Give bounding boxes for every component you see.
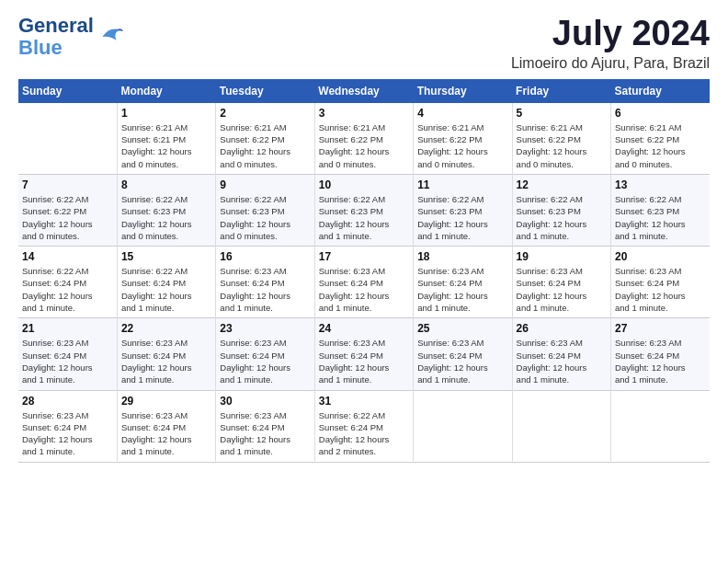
table-row: 7Sunrise: 6:22 AM Sunset: 6:22 PM Daylig… [18,174,117,246]
calendar-week-row: 14Sunrise: 6:22 AM Sunset: 6:24 PM Dayli… [18,247,710,318]
header-tuesday: Tuesday [216,79,314,103]
day-info: Sunrise: 6:23 AM Sunset: 6:24 PM Dayligh… [417,337,507,385]
logo-line1: General [18,15,94,37]
day-number: 29 [121,395,211,408]
table-row: 29Sunrise: 6:23 AM Sunset: 6:24 PM Dayli… [117,390,215,462]
day-info: Sunrise: 6:23 AM Sunset: 6:24 PM Dayligh… [417,265,507,314]
table-row [18,103,117,175]
table-row: 5Sunrise: 6:21 AM Sunset: 6:22 PM Daylig… [512,103,610,175]
day-number: 28 [22,395,113,408]
day-number: 17 [319,250,409,263]
day-number: 31 [319,395,409,408]
day-number: 11 [417,178,507,191]
table-row: 17Sunrise: 6:23 AM Sunset: 6:24 PM Dayli… [314,247,413,318]
table-row [611,390,710,462]
day-info: Sunrise: 6:23 AM Sunset: 6:24 PM Dayligh… [319,265,409,314]
table-row: 2Sunrise: 6:21 AM Sunset: 6:22 PM Daylig… [216,103,314,175]
calendar-week-row: 28Sunrise: 6:23 AM Sunset: 6:24 PM Dayli… [18,390,710,462]
calendar-week-row: 7Sunrise: 6:22 AM Sunset: 6:22 PM Daylig… [18,174,710,246]
table-row: 24Sunrise: 6:23 AM Sunset: 6:24 PM Dayli… [314,318,413,390]
table-row: 13Sunrise: 6:22 AM Sunset: 6:23 PM Dayli… [611,174,710,246]
calendar-week-row: 21Sunrise: 6:23 AM Sunset: 6:24 PM Dayli… [18,318,710,390]
day-info: Sunrise: 6:22 AM Sunset: 6:23 PM Dayligh… [517,193,607,242]
day-number: 16 [220,250,310,263]
main-title: July 2024 [511,15,710,53]
header-wednesday: Wednesday [314,79,413,103]
logo-line2: Blue [18,37,94,59]
day-info: Sunrise: 6:23 AM Sunset: 6:24 PM Dayligh… [121,409,211,458]
table-row: 23Sunrise: 6:23 AM Sunset: 6:24 PM Dayli… [216,318,314,390]
day-info: Sunrise: 6:23 AM Sunset: 6:24 PM Dayligh… [517,337,607,385]
day-info: Sunrise: 6:23 AM Sunset: 6:24 PM Dayligh… [121,337,211,385]
day-info: Sunrise: 6:23 AM Sunset: 6:24 PM Dayligh… [615,265,706,314]
day-info: Sunrise: 6:23 AM Sunset: 6:24 PM Dayligh… [220,409,310,458]
table-row: 9Sunrise: 6:22 AM Sunset: 6:23 PM Daylig… [216,174,314,246]
day-number: 5 [517,107,607,120]
day-number: 13 [615,178,706,191]
day-info: Sunrise: 6:23 AM Sunset: 6:24 PM Dayligh… [220,265,310,314]
day-info: Sunrise: 6:23 AM Sunset: 6:24 PM Dayligh… [615,337,706,385]
day-info: Sunrise: 6:22 AM Sunset: 6:22 PM Dayligh… [22,193,113,242]
header-sunday: Sunday [18,79,117,103]
day-info: Sunrise: 6:22 AM Sunset: 6:24 PM Dayligh… [22,265,113,314]
header-row: SundayMondayTuesdayWednesdayThursdayFrid… [18,79,710,103]
day-number: 19 [517,250,607,263]
day-info: Sunrise: 6:21 AM Sunset: 6:22 PM Dayligh… [319,121,409,170]
day-number: 18 [417,250,507,263]
table-row: 4Sunrise: 6:21 AM Sunset: 6:22 PM Daylig… [414,103,512,175]
day-number: 3 [319,107,409,120]
calendar-table: SundayMondayTuesdayWednesdayThursdayFrid… [18,79,710,463]
day-number: 14 [22,250,113,263]
day-number: 25 [417,322,507,335]
day-number: 27 [615,322,706,335]
day-info: Sunrise: 6:21 AM Sunset: 6:22 PM Dayligh… [615,121,706,170]
table-row [512,390,610,462]
table-row: 28Sunrise: 6:23 AM Sunset: 6:24 PM Dayli… [18,390,117,462]
day-number: 2 [220,107,310,120]
header-saturday: Saturday [611,79,710,103]
logo: General Blue [18,15,123,59]
day-number: 24 [319,322,409,335]
day-number: 21 [22,322,113,335]
day-info: Sunrise: 6:23 AM Sunset: 6:24 PM Dayligh… [22,337,113,385]
day-info: Sunrise: 6:22 AM Sunset: 6:23 PM Dayligh… [121,193,211,242]
table-row: 1Sunrise: 6:21 AM Sunset: 6:21 PM Daylig… [117,103,215,175]
day-info: Sunrise: 6:23 AM Sunset: 6:24 PM Dayligh… [22,409,113,458]
day-number: 12 [517,178,607,191]
day-info: Sunrise: 6:23 AM Sunset: 6:24 PM Dayligh… [319,337,409,385]
day-info: Sunrise: 6:21 AM Sunset: 6:22 PM Dayligh… [517,121,607,170]
table-row: 12Sunrise: 6:22 AM Sunset: 6:23 PM Dayli… [512,174,610,246]
table-row: 30Sunrise: 6:23 AM Sunset: 6:24 PM Dayli… [216,390,314,462]
calendar-header: SundayMondayTuesdayWednesdayThursdayFrid… [18,79,710,103]
day-info: Sunrise: 6:21 AM Sunset: 6:22 PM Dayligh… [417,121,507,170]
day-info: Sunrise: 6:22 AM Sunset: 6:24 PM Dayligh… [121,265,211,314]
day-number: 1 [121,107,211,120]
table-row: 14Sunrise: 6:22 AM Sunset: 6:24 PM Dayli… [18,247,117,318]
day-number: 7 [22,178,113,191]
table-row: 19Sunrise: 6:23 AM Sunset: 6:24 PM Dayli… [512,247,610,318]
day-info: Sunrise: 6:22 AM Sunset: 6:23 PM Dayligh… [417,193,507,242]
day-info: Sunrise: 6:23 AM Sunset: 6:24 PM Dayligh… [220,337,310,385]
day-number: 9 [220,178,310,191]
header-monday: Monday [117,79,215,103]
day-number: 15 [121,250,211,263]
table-row [414,390,512,462]
table-row: 31Sunrise: 6:22 AM Sunset: 6:24 PM Dayli… [314,390,413,462]
header-thursday: Thursday [414,79,512,103]
day-number: 26 [517,322,607,335]
table-row: 3Sunrise: 6:21 AM Sunset: 6:22 PM Daylig… [314,103,413,175]
day-info: Sunrise: 6:22 AM Sunset: 6:23 PM Dayligh… [319,193,409,242]
day-info: Sunrise: 6:22 AM Sunset: 6:23 PM Dayligh… [220,193,310,242]
day-number: 6 [615,107,706,120]
table-row: 27Sunrise: 6:23 AM Sunset: 6:24 PM Dayli… [611,318,710,390]
table-row: 10Sunrise: 6:22 AM Sunset: 6:23 PM Dayli… [314,174,413,246]
table-row: 15Sunrise: 6:22 AM Sunset: 6:24 PM Dayli… [117,247,215,318]
day-number: 4 [417,107,507,120]
table-row: 21Sunrise: 6:23 AM Sunset: 6:24 PM Dayli… [18,318,117,390]
day-info: Sunrise: 6:21 AM Sunset: 6:21 PM Dayligh… [121,121,211,170]
header-friday: Friday [512,79,610,103]
table-row: 6Sunrise: 6:21 AM Sunset: 6:22 PM Daylig… [611,103,710,175]
page-header: General Blue July 2024 Limoeiro do Ajuru… [18,15,710,72]
table-row: 26Sunrise: 6:23 AM Sunset: 6:24 PM Dayli… [512,318,610,390]
day-number: 10 [319,178,409,191]
